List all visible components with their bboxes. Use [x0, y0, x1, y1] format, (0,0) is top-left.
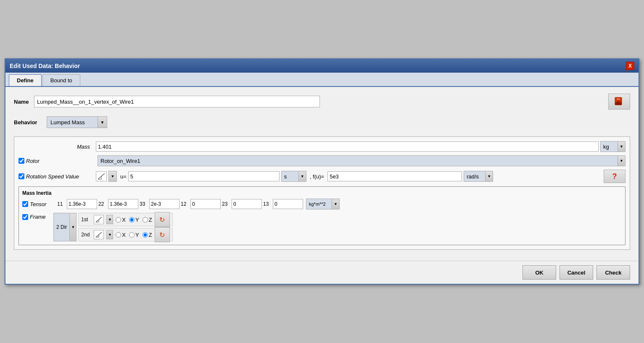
dir-value: 2 Dir: [54, 213, 69, 241]
tensor-unit: kg*m**2: [306, 199, 332, 209]
dir-select[interactable]: 2 Dir ▼: [53, 213, 77, 241]
dialog-title: Edit Used Data: Behavior: [10, 63, 80, 69]
tensor-unit-select[interactable]: kg*m**2 ▼: [306, 199, 340, 209]
dir-2nd-dropdown[interactable]: ▼: [106, 230, 113, 239]
help-button[interactable]: ?: [604, 170, 626, 183]
dir-2nd-icon: [94, 230, 104, 239]
dir-2nd-radio-group: X Y Z: [116, 232, 152, 238]
title-bar: Edit Used Data: Behavior X: [5, 59, 639, 73]
frame-checkbox[interactable]: [22, 214, 28, 220]
tensor-checkbox[interactable]: [22, 201, 28, 207]
fu-unit-select[interactable]: rad/s ▼: [464, 171, 493, 182]
frame-row: Frame 2 Dir ▼ 1st: [22, 212, 622, 241]
rotor-checkbox-label: Rotor: [18, 158, 90, 164]
mass-inertia-section: Mass Inertia Tensor 11 22 33 12 23: [18, 186, 626, 245]
rotation-icon-arrow[interactable]: ▼: [109, 171, 116, 181]
bottom-buttons: OK Cancel Check: [5, 261, 639, 284]
cancel-button[interactable]: Cancel: [560, 265, 593, 280]
mass-unit-select[interactable]: kg ▼: [600, 141, 626, 152]
rotor-dropdown-arrow[interactable]: ▼: [618, 156, 625, 166]
dir-2nd-label: 2nd: [81, 232, 91, 238]
t33-label: 33: [140, 201, 148, 207]
radio-2nd-z[interactable]: [143, 232, 148, 238]
u-unit-arrow[interactable]: ▼: [298, 171, 306, 181]
rotation-speed-checkbox[interactable]: [18, 173, 24, 179]
fu-label: , f(u)=: [310, 173, 324, 180]
dialog-content: Name Behavior Lumped Mass ▼: [5, 87, 639, 257]
behavior-value: Lumped Mass: [47, 117, 98, 128]
close-button[interactable]: X: [626, 62, 634, 70]
mass-inertia-title: Mass Inertia: [22, 190, 622, 196]
bookmark-icon-button[interactable]: [608, 94, 630, 110]
refresh-1st-button[interactable]: ↻: [155, 212, 170, 227]
dir-1st-icon: [94, 215, 104, 224]
tabs-container: Define Bound to: [5, 73, 639, 87]
mass-label: Mass: [18, 144, 94, 150]
mass-input[interactable]: [96, 141, 599, 152]
rotation-speed-checkbox-label: Rotation Speed Value: [18, 173, 90, 180]
t22-input[interactable]: [108, 199, 138, 209]
behavior-select[interactable]: Lumped Mass ▼: [47, 116, 107, 128]
tensor-unit-arrow[interactable]: ▼: [332, 199, 339, 209]
params-section: Mass kg ▼ Rotor Rotor_on_Wire1 ▼: [14, 136, 630, 250]
dir-1st-label: 1st: [81, 217, 91, 223]
rotor-checkbox[interactable]: [18, 158, 24, 164]
tab-bound-to[interactable]: Bound to: [42, 74, 80, 86]
fu-unit-arrow[interactable]: ▼: [485, 171, 493, 181]
t11-label: 11: [57, 201, 66, 207]
rotation-speed-row: Rotation Speed Value ▼ u= s: [18, 170, 626, 183]
dir-1st-radio-z[interactable]: Z: [143, 217, 152, 223]
main-dialog: Edit Used Data: Behavior X Define Bound …: [5, 58, 639, 285]
behavior-row: Behavior Lumped Mass ▼: [14, 116, 630, 128]
dir-1st-radio-y[interactable]: Y: [129, 217, 139, 223]
rotor-select[interactable]: Rotor_on_Wire1 ▼: [98, 155, 626, 166]
direction-1st-row: 1st ▼: [78, 213, 172, 226]
radio-1st-x[interactable]: [116, 217, 121, 223]
tab-define[interactable]: Define: [9, 74, 42, 86]
u-label: u=: [120, 173, 127, 180]
name-label: Name: [14, 99, 31, 105]
rotation-speed-label: Rotation Speed Value: [26, 173, 79, 180]
u-unit-select[interactable]: s ▼: [281, 171, 306, 182]
check-button[interactable]: Check: [596, 265, 630, 280]
t23-label: 23: [222, 201, 230, 207]
fu-unit: rad/s: [464, 171, 485, 181]
t13-input[interactable]: [273, 199, 303, 209]
radio-2nd-y[interactable]: [129, 232, 135, 238]
dir-2nd-radio-z[interactable]: Z: [143, 232, 152, 238]
tensor-row: Tensor 11 22 33 12 23 13 kg*m**2: [22, 199, 622, 209]
rotation-icon: [96, 171, 107, 181]
t22-label: 22: [98, 201, 107, 207]
t33-input[interactable]: [149, 199, 179, 209]
refresh-2nd-button[interactable]: ↻: [155, 227, 170, 242]
rotor-value: Rotor_on_Wire1: [98, 156, 618, 166]
mass-unit-arrow[interactable]: ▼: [618, 141, 625, 152]
dir-1st-radio-x[interactable]: X: [116, 217, 126, 223]
u-input[interactable]: [128, 171, 280, 181]
name-input[interactable]: [34, 96, 320, 107]
t13-label: 13: [263, 201, 272, 207]
radio-2nd-x[interactable]: [116, 232, 121, 238]
dir-2nd-radio-x[interactable]: X: [116, 232, 126, 238]
behavior-dropdown-arrow[interactable]: ▼: [98, 117, 107, 128]
radio-1st-z[interactable]: [143, 217, 148, 223]
dir-dropdown-arrow[interactable]: ▼: [69, 213, 76, 241]
ok-button[interactable]: OK: [523, 265, 556, 280]
frame-checkbox-label: Frame: [22, 214, 46, 220]
tensor-label: Tensor: [30, 201, 46, 207]
radio-1st-y[interactable]: [129, 217, 135, 223]
frame-directions: 1st ▼: [78, 213, 172, 241]
t12-label: 12: [181, 201, 189, 207]
dir-1st-dropdown[interactable]: ▼: [106, 215, 113, 224]
dir-2nd-radio-y[interactable]: Y: [129, 232, 139, 238]
frame-label-area: Frame: [22, 212, 52, 220]
t11-input[interactable]: [67, 199, 97, 209]
t12-input[interactable]: [190, 199, 221, 209]
rotation-icon-dropdown[interactable]: ▼: [108, 171, 117, 182]
u-unit: s: [282, 171, 298, 181]
t23-input[interactable]: [232, 199, 262, 209]
mass-param-row: Mass kg ▼: [18, 141, 626, 152]
rotor-label: Rotor: [26, 158, 40, 164]
behavior-label: Behavior: [14, 119, 43, 126]
fu-input[interactable]: [327, 171, 462, 181]
